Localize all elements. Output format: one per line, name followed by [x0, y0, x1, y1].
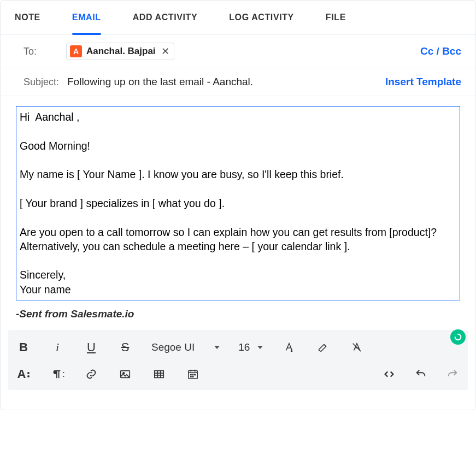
- caret-down-icon: [214, 346, 220, 349]
- caret-down-icon: [257, 346, 263, 349]
- cc-bcc-link[interactable]: Cc / Bcc: [420, 45, 461, 57]
- bold-button[interactable]: B: [16, 338, 31, 357]
- subject-input[interactable]: Following up on the last email - Aanchal…: [67, 76, 253, 88]
- svg-rect-2: [155, 370, 164, 377]
- to-row: To: A Aanchal. Bajpai ✕ Cc / Bcc: [1, 35, 475, 68]
- image-button[interactable]: [117, 365, 133, 383]
- undo-button[interactable]: [413, 365, 428, 383]
- clear-format-button[interactable]: [349, 338, 365, 357]
- insert-template-link[interactable]: Insert Template: [385, 76, 461, 88]
- recipient-name: Aanchal. Bajpai: [86, 46, 156, 57]
- underline-button[interactable]: U: [84, 338, 99, 357]
- subject-row: Subject: Following up on the last email …: [1, 68, 475, 96]
- recipient-avatar: A: [70, 45, 82, 57]
- email-body-editor[interactable]: Hi Aanchal , Good Morning! My name is [ …: [16, 106, 460, 300]
- font-family-select[interactable]: Segoe UI: [151, 341, 220, 353]
- email-signature: -Sent from Salesmate.io: [16, 300, 460, 320]
- svg-point-8: [192, 376, 193, 377]
- tab-add-activity[interactable]: ADD ACTIVITY: [133, 13, 198, 34]
- table-button[interactable]: [151, 365, 167, 383]
- to-label: To:: [23, 46, 62, 57]
- recipient-chip[interactable]: A Aanchal. Bajpai ✕: [66, 43, 174, 60]
- svg-point-5: [192, 374, 193, 375]
- redo-button[interactable]: [445, 365, 460, 383]
- font-family-label: Segoe UI: [151, 341, 195, 353]
- compose-tabs: NOTE EMAIL ADD ACTIVITY LOG ACTIVITY FIL…: [1, 1, 475, 35]
- grammarly-icon[interactable]: [450, 329, 466, 345]
- remove-recipient-icon[interactable]: ✕: [161, 46, 169, 56]
- subject-label: Subject:: [23, 76, 62, 88]
- svg-point-7: [190, 376, 191, 377]
- code-view-button[interactable]: [381, 365, 397, 383]
- paragraph-button[interactable]: ••: [50, 365, 65, 383]
- tab-note[interactable]: NOTE: [15, 13, 40, 34]
- highlight-button[interactable]: [315, 338, 331, 357]
- tab-log-activity[interactable]: LOG ACTIVITY: [229, 13, 294, 34]
- svg-point-4: [190, 374, 191, 375]
- format-options-button[interactable]: A: [16, 365, 31, 383]
- font-size-select[interactable]: 16: [238, 341, 263, 353]
- action-bar: [1, 393, 475, 410]
- tab-email[interactable]: EMAIL: [72, 13, 101, 34]
- font-size-label: 16: [238, 341, 250, 353]
- italic-button[interactable]: i: [50, 338, 65, 357]
- strikethrough-button[interactable]: S: [117, 338, 133, 357]
- svg-point-6: [195, 374, 196, 375]
- format-toolbar: B i U S Segoe UI 16: [8, 330, 468, 390]
- calendar-button[interactable]: [185, 365, 201, 383]
- tab-file[interactable]: FILE: [326, 13, 346, 34]
- link-button[interactable]: [84, 365, 99, 383]
- text-color-button[interactable]: [281, 338, 297, 357]
